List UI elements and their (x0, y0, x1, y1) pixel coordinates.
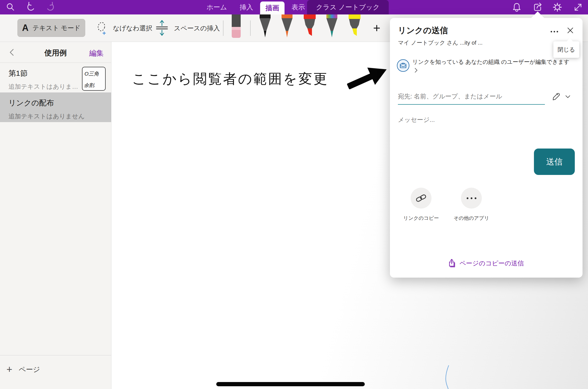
message-input[interactable] (398, 113, 505, 126)
expand-fullscreen-icon[interactable] (573, 2, 584, 13)
send-button[interactable]: 送信 (534, 149, 575, 175)
thumbnail-handwriting: O三角 (84, 70, 99, 77)
black-arrow-annotation (342, 57, 393, 98)
sidebar-header: 使用例 編集 (0, 42, 111, 63)
close-tooltip: 閉じる (553, 41, 579, 58)
message-field-wrap (398, 113, 505, 127)
add-pen-button[interactable]: + (369, 20, 384, 35)
ellipsis-icon (467, 197, 476, 199)
dialog-pointer-caret (531, 11, 544, 18)
notifications-bell-icon[interactable] (511, 2, 522, 13)
redo-icon[interactable] (45, 2, 56, 13)
more-apps-button[interactable] (461, 188, 482, 209)
lasso-icon (96, 20, 108, 36)
recipient-field-wrap (398, 90, 545, 105)
thumbnail-handwriting: 余割. (84, 82, 95, 89)
page-subtitle: 追加テキストはありません (8, 112, 104, 120)
close-icon[interactable] (566, 26, 574, 34)
tab-home[interactable]: ホーム (207, 0, 227, 14)
search-icon[interactable] (5, 2, 16, 13)
permission-text: リンクを知っている あなたの組織 のユーザーが編集できます (412, 59, 570, 65)
canvas-annotation-text: ここから閲覧者の範囲を変更 (132, 70, 328, 88)
ink-stroke-horizontal (216, 382, 365, 386)
yellow-highlighter-tool[interactable] (348, 14, 361, 40)
rainbow-pen-tool[interactable] (325, 14, 338, 40)
link-icon (415, 192, 427, 204)
insert-space-label: スペースの挿入 (174, 24, 220, 33)
link-permission-setting[interactable]: リンクを知っている あなたの組織 のユーザーが編集できます (412, 58, 571, 75)
insert-space-button[interactable]: スペースの挿入 (155, 14, 220, 42)
edit-button[interactable]: 編集 (89, 48, 104, 58)
page-list-item-selected[interactable]: リンクの配布 追加テキストはありません (0, 92, 111, 122)
tab-insert[interactable]: 挿入 (240, 0, 253, 14)
share-icon[interactable] (532, 2, 543, 13)
black-pen-tool[interactable] (259, 14, 272, 40)
tab-class-notebook[interactable]: クラス ノートブック (307, 0, 389, 14)
send-page-copy-button[interactable]: ページのコピーの送信 (390, 259, 583, 268)
tab-view[interactable]: 表示 (292, 0, 305, 14)
send-link-dialog: リンクの送信 マイ ノートブック さん ...ity of ... 閉じる リン… (390, 18, 583, 278)
notebook-subtitle: マイ ノートブック さん ...ity of ... (398, 39, 483, 47)
settings-gear-icon[interactable] (552, 2, 563, 13)
tooltip-caret (567, 38, 573, 41)
text-mode-a-icon: A (22, 23, 29, 33)
text-mode-button[interactable]: A テキスト モード (17, 19, 85, 37)
sidebar-footer: + ページ (0, 355, 111, 389)
page-thumbnail: O三角 余割. (82, 67, 106, 91)
add-page-button[interactable]: + ページ (6, 364, 40, 375)
export-page-icon (448, 259, 456, 268)
add-page-label: ページ (19, 365, 40, 374)
top-app-bar: ホーム 挿入 描画 表示 クラス ノートブック (0, 0, 588, 14)
copy-link-label: リンクのコピー (399, 215, 443, 222)
chevron-down-icon[interactable] (564, 93, 571, 100)
ink-stroke-blue-curve (443, 365, 453, 389)
lasso-select-button[interactable]: なげなわ選択 (96, 14, 152, 42)
lasso-select-label: なげなわ選択 (113, 24, 152, 33)
page-title: リンクの配布 (8, 98, 104, 108)
onenote-app: ホーム 挿入 描画 表示 クラス ノートブック A テキスト モード なげなわ選… (0, 0, 588, 389)
toolbar-divider (250, 20, 251, 36)
more-options-icon[interactable] (548, 28, 560, 35)
dialog-title: リンクの送信 (398, 25, 448, 36)
page-list-sidebar: 使用例 編集 第1節 追加テキストはありま… O三角 余割. リンクの配布 追加… (0, 42, 111, 389)
copy-link-button[interactable] (411, 188, 432, 209)
plus-icon: + (6, 364, 12, 375)
toolbar-divider (223, 20, 223, 36)
chevron-right-icon (414, 68, 418, 73)
organization-briefcase-icon[interactable] (397, 59, 409, 72)
pencil-permission-icon[interactable] (551, 91, 561, 101)
eraser-tool[interactable] (231, 14, 242, 40)
recipient-input[interactable] (398, 90, 545, 103)
tooltip-label: 閉じる (558, 46, 575, 54)
more-apps-label: その他のアプリ (449, 215, 494, 222)
orange-pen-tool[interactable] (281, 14, 294, 40)
page-list-item[interactable]: 第1節 追加テキストはありま… O三角 余割. (0, 63, 111, 92)
tab-draw[interactable]: 描画 (260, 1, 285, 14)
red-highlighter-tool[interactable] (303, 14, 316, 40)
text-mode-label: テキスト モード (33, 24, 81, 32)
send-page-copy-label: ページのコピーの送信 (459, 259, 524, 268)
insert-space-icon (155, 19, 169, 37)
undo-icon[interactable] (25, 2, 36, 13)
